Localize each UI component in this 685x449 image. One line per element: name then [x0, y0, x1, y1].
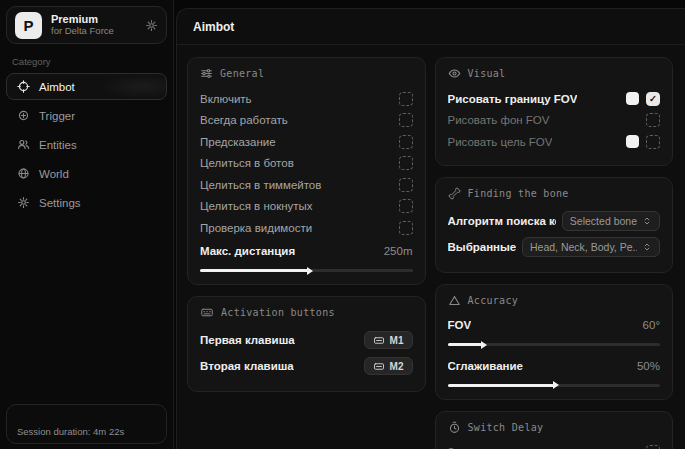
color-swatch[interactable] [626, 92, 639, 105]
card-switch-delay: Switch Delay Задержка переключения Задер… [435, 411, 674, 449]
toggle-row: Задержка переключения [448, 442, 661, 449]
toggle-row: Целиться в ботов [200, 153, 413, 175]
bone-algorithm-select[interactable]: Selected bone [562, 211, 660, 231]
keybind-button[interactable]: M1 [364, 331, 413, 349]
keybind-row: Первая клавиша M1 [200, 327, 413, 353]
slider-value: 50% [637, 360, 660, 372]
visual-label: Рисовать цель FOV [448, 136, 553, 148]
fov-slider[interactable] [448, 343, 661, 346]
checkbox[interactable] [646, 113, 660, 127]
main-panel: Aimbot General [176, 8, 685, 449]
sidebar-nav: Aimbot Trigger Entities [6, 73, 167, 216]
visual-row: Рисовать границу FOV [448, 88, 661, 110]
sidebar: P Premium for Delta Force Category [0, 0, 174, 449]
keyboard-icon [200, 306, 214, 319]
checkbox[interactable] [399, 135, 413, 149]
checkbox[interactable] [399, 156, 413, 170]
selected-value: Selected bone [570, 215, 637, 227]
toggle-label: Целиться в нокнутых [200, 200, 313, 212]
settings-gear-icon [17, 196, 30, 209]
content: General Включить Всегда работать Предска… [177, 45, 685, 449]
trigger-icon [17, 109, 30, 122]
card-activation-buttons: Activation buttons Первая клавиша M1 [187, 296, 426, 392]
sidebar-item-world[interactable]: World [6, 160, 167, 187]
toggle-row: Включить [200, 88, 413, 110]
smoothing-slider[interactable] [448, 384, 661, 387]
toggle-label: Проверка видимости [200, 222, 312, 234]
sidebar-item-aimbot[interactable]: Aimbot [6, 73, 167, 100]
key-value: M2 [390, 361, 404, 372]
keybind-row: Вторая клавиша M2 [200, 353, 413, 379]
selected-bones-select[interactable]: Head, Neck, Body, Pe.. [522, 237, 660, 257]
slider-value: 250m [384, 245, 413, 257]
checkbox[interactable] [399, 221, 413, 235]
key-value: M1 [390, 335, 404, 346]
gear-icon[interactable] [145, 19, 158, 32]
slider-label: FOV [448, 319, 472, 331]
section-title: Activation buttons [221, 307, 335, 318]
checkbox[interactable] [399, 113, 413, 127]
section-title: Accuracy [468, 295, 519, 306]
toggle-label: Всегда работать [200, 114, 288, 126]
main-area: Aimbot General [174, 0, 685, 449]
brand-text: Premium for Delta Force [51, 13, 136, 37]
key-icon [373, 335, 385, 346]
bone-icon [448, 187, 461, 200]
section-title: General [220, 68, 264, 79]
selected-value: Head, Neck, Body, Pe.. [530, 241, 637, 253]
timer-icon [448, 421, 461, 434]
sidebar-item-settings[interactable]: Settings [6, 189, 167, 216]
checkbox[interactable] [399, 199, 413, 213]
toggle-label: Целиться в ботов [200, 157, 294, 169]
checkbox[interactable] [646, 135, 660, 149]
section-title: Switch Delay [468, 422, 544, 433]
checkbox[interactable] [399, 92, 413, 106]
page-title: Aimbot [193, 20, 669, 34]
left-column: General Включить Всегда работать Предска… [187, 57, 426, 449]
globe-icon [17, 167, 30, 180]
slider-row: Макс. дистанция 250m [200, 241, 413, 263]
checkbox[interactable] [646, 92, 660, 106]
keybind-button[interactable]: M2 [364, 357, 413, 375]
slider-row: FOV 60° [448, 315, 661, 337]
slider-label: Сглаживание [448, 360, 523, 372]
brand-logo: P [15, 12, 42, 39]
keybind-label: Первая клавиша [200, 334, 295, 346]
slider-label: Макс. дистанция [200, 245, 295, 257]
dropdown-row: Алгоритм поиска кост Selected bone [448, 208, 661, 234]
color-swatch[interactable] [626, 135, 639, 148]
app-window: P Premium for Delta Force Category [0, 0, 685, 449]
triangle-icon [448, 294, 461, 307]
chevron-up-down-icon [642, 216, 652, 226]
toggle-row: Всегда работать [200, 110, 413, 132]
page-header: Aimbot [177, 9, 685, 45]
card-visual: Visual Рисовать границу FOV Рисовать фон… [435, 57, 674, 166]
sidebar-item-label: Settings [39, 197, 81, 209]
toggle-label: Целиться в тиммейтов [200, 179, 321, 191]
brand-title: Premium [51, 13, 136, 26]
entities-icon [17, 138, 30, 151]
right-column: Visual Рисовать границу FOV Рисовать фон… [435, 57, 674, 449]
sidebar-item-label: Entities [39, 139, 77, 151]
slider-row: Сглаживание 50% [448, 355, 661, 377]
visual-row: Рисовать фон FOV [448, 110, 661, 132]
toggle-row: Целиться в тиммейтов [200, 174, 413, 196]
toggle-label: Предсказание [200, 136, 276, 148]
sidebar-item-entities[interactable]: Entities [6, 131, 167, 158]
brand-subtitle: for Delta Force [51, 26, 136, 37]
max-distance-slider[interactable] [200, 269, 413, 272]
visual-row: Рисовать цель FOV [448, 131, 661, 153]
toggle-row: Целиться в нокнутых [200, 196, 413, 218]
toggle-row: Предсказание [200, 131, 413, 153]
card-accuracy: Accuracy FOV 60° Сглаживание 50% [435, 284, 674, 400]
sidebar-item-trigger[interactable]: Trigger [6, 102, 167, 129]
key-icon [373, 361, 385, 372]
chevron-up-down-icon [642, 242, 652, 252]
visual-label: Рисовать границу FOV [448, 93, 578, 105]
toggle-row: Проверка видимости [200, 217, 413, 239]
checkbox[interactable] [646, 445, 660, 449]
session-duration: Session duration: 4m 22s [17, 426, 124, 437]
sliders-icon [200, 67, 213, 80]
card-finding-the-bone: Finding the bone Алгоритм поиска кост Se… [435, 177, 674, 273]
checkbox[interactable] [399, 178, 413, 192]
